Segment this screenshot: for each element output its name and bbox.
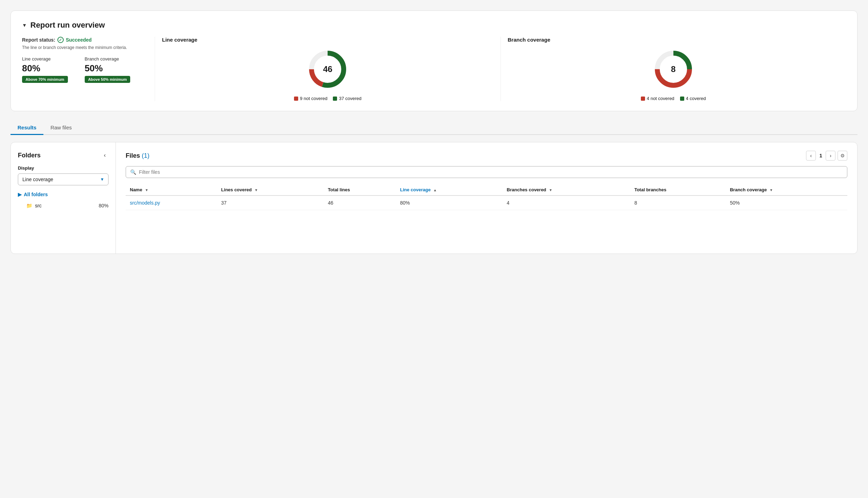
status-succeeded: Succeeded [66, 37, 92, 43]
folder-tree: ▶ All folders 📁 src 80% [18, 192, 108, 211]
col-line-coverage[interactable]: Line coverage [396, 184, 503, 195]
overview-title: Report run overview [30, 21, 105, 30]
green-dot [333, 97, 337, 101]
col-name-sort-icon [145, 188, 148, 192]
line-chart-legend: 9 not covered 37 covered [294, 96, 362, 101]
status-desc: The line or branch coverage meets the mi… [22, 45, 144, 50]
line-coverage-value: 80% [22, 63, 68, 74]
table-body: src/models.py 37 46 80% 4 8 50% [126, 195, 847, 210]
col-branch-coverage[interactable]: Branch coverage [726, 184, 847, 195]
folders-panel: Folders ‹ Display Line coverage Branch c… [11, 142, 116, 254]
all-folders-item[interactable]: ▶ All folders [18, 192, 108, 197]
branch-donut-wrapper: 8 [652, 48, 694, 90]
status-label: Report status: [22, 37, 55, 43]
files-title: Files (1) [126, 152, 149, 159]
branch-not-covered-legend: 4 not covered [641, 96, 674, 101]
branch-green-dot [680, 97, 684, 101]
table-settings-button[interactable]: ⚙ [838, 151, 847, 161]
triangle-icon: ▶ [18, 192, 22, 197]
cell-total-branches: 8 [630, 195, 726, 210]
col-total-lines-label: Total lines [328, 187, 350, 192]
metrics-row: Line coverage 80% Above 70% minimum Bran… [22, 56, 144, 83]
tab-raw-files[interactable]: Raw files [43, 121, 79, 135]
folder-item-src[interactable]: 📁 src 80% [18, 201, 108, 211]
col-branches-covered-sort-icon [549, 188, 552, 192]
branch-coverage-value: 50% [85, 63, 131, 74]
files-count: (1) [142, 152, 149, 159]
col-branches-covered-label: Branches covered [507, 187, 546, 192]
folder-name-src: src [35, 203, 96, 208]
files-header: Files (1) ‹ 1 › ⚙ [126, 151, 847, 161]
next-page-button[interactable]: › [826, 151, 835, 161]
files-title-row: Files (1) [126, 152, 149, 159]
display-label: Display [18, 165, 108, 171]
branch-coverage-chart: Branch coverage 8 4 not covered [501, 37, 846, 101]
branch-chart-title: Branch coverage [508, 37, 551, 43]
overview-left: Report status: ✓ Succeeded The line or b… [22, 37, 155, 101]
files-table: Name Lines covered Total lines Line cove… [126, 184, 847, 210]
branch-not-covered-label: 4 not covered [647, 96, 674, 101]
branch-covered-legend: 4 covered [680, 96, 706, 101]
overview-card: ▼ Report run overview Report status: ✓ S… [10, 10, 858, 111]
branch-red-dot [641, 97, 645, 101]
col-name[interactable]: Name [126, 184, 217, 195]
line-coverage-chart: Line coverage 46 [155, 37, 501, 101]
filter-input[interactable] [139, 169, 843, 175]
branch-chart-legend: 4 not covered 4 covered [641, 96, 706, 101]
tabs-row: Results Raw files [10, 121, 858, 135]
line-donut-wrapper: 46 [307, 48, 349, 90]
line-donut-label: 46 [323, 64, 332, 74]
line-not-covered-legend: 9 not covered [294, 96, 328, 101]
table-row: src/models.py 37 46 80% 4 8 50% [126, 195, 847, 210]
files-label: Files [126, 152, 142, 159]
overview-header: ▼ Report run overview [22, 21, 846, 30]
page-number: 1 [818, 153, 824, 158]
files-panel: Files (1) ‹ 1 › ⚙ 🔍 Name [116, 142, 857, 254]
branch-coverage-metric: Branch coverage 50% Above 50% minimum [85, 56, 131, 83]
all-folders-label: All folders [24, 192, 48, 197]
col-branch-coverage-sort-icon [770, 188, 773, 192]
col-total-branches[interactable]: Total branches [630, 184, 726, 195]
line-coverage-metric: Line coverage 80% Above 70% minimum [22, 56, 68, 83]
col-branch-coverage-label: Branch coverage [730, 187, 767, 192]
branch-donut-label: 8 [671, 64, 676, 74]
bottom-card: Folders ‹ Display Line coverage Branch c… [10, 142, 858, 254]
line-covered-label: 37 covered [339, 96, 361, 101]
pagination-row: ‹ 1 › ⚙ [806, 151, 847, 161]
table-header-row: Name Lines covered Total lines Line cove… [126, 184, 847, 195]
collapse-icon[interactable]: ▼ [22, 22, 27, 28]
folder-icon: 📁 [26, 203, 32, 208]
cell-branch-coverage: 50% [726, 195, 847, 210]
col-name-label: Name [130, 187, 142, 192]
tab-results[interactable]: Results [10, 121, 43, 135]
cell-lines-covered: 37 [217, 195, 324, 210]
table-header: Name Lines covered Total lines Line cove… [126, 184, 847, 195]
cell-line-coverage: 80% [396, 195, 503, 210]
collapse-folders-button[interactable]: ‹ [101, 151, 108, 160]
col-lines-covered[interactable]: Lines covered [217, 184, 324, 195]
branch-coverage-label: Branch coverage [85, 56, 131, 62]
cell-file-name[interactable]: src/models.py [126, 195, 217, 210]
line-covered-legend: 37 covered [333, 96, 361, 101]
col-lines-covered-label: Lines covered [221, 187, 252, 192]
folder-pct-src: 80% [99, 203, 108, 208]
display-select[interactable]: Line coverage Branch coverage [18, 173, 108, 185]
line-coverage-label: Line coverage [22, 56, 68, 62]
file-link[interactable]: src/models.py [130, 200, 160, 206]
search-icon: 🔍 [130, 169, 136, 175]
status-ok-icon: ✓ [57, 37, 64, 43]
red-dot [294, 97, 298, 101]
col-branches-covered[interactable]: Branches covered [503, 184, 630, 195]
prev-page-button[interactable]: ‹ [806, 151, 816, 161]
cell-total-lines: 46 [324, 195, 396, 210]
filter-row: 🔍 [126, 166, 847, 178]
col-total-branches-label: Total branches [634, 187, 666, 192]
col-total-lines[interactable]: Total lines [324, 184, 396, 195]
folders-header: Folders ‹ [18, 151, 108, 160]
branch-coverage-badge: Above 50% minimum [85, 76, 131, 83]
col-line-coverage-sort-icon [433, 188, 437, 192]
overview-body: Report status: ✓ Succeeded The line or b… [22, 37, 846, 101]
cell-branches-covered: 4 [503, 195, 630, 210]
line-coverage-badge: Above 70% minimum [22, 76, 68, 83]
col-lines-covered-sort-icon [254, 188, 258, 192]
